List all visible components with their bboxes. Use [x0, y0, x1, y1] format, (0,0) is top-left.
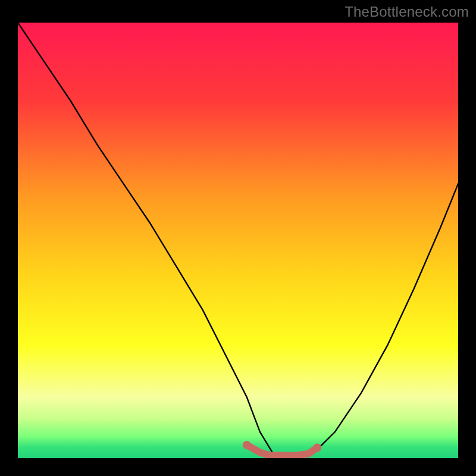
heat-gradient-area — [18, 23, 458, 458]
optimal-range-endpoint-right — [313, 443, 321, 452]
optimal-range-endpoint-left — [243, 441, 251, 449]
attribution-watermark: TheBottleneck.com — [345, 4, 469, 20]
bottleneck-chart — [0, 0, 476, 476]
chart-stage: TheBottleneck.com — [0, 0, 476, 476]
